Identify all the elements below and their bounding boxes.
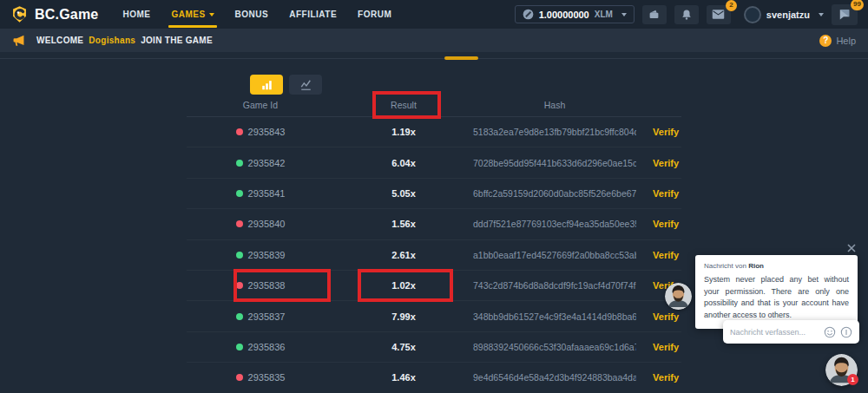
hash-value: 7028be95dd95f441b633d6d296e0ae15cc6238dd…: [473, 158, 636, 168]
hash-value: 8988392450666c53f30afaaaea69c1d6a7c0407e…: [473, 342, 636, 352]
nav-games[interactable]: GAMES: [171, 10, 214, 19]
trend-chart-icon: [299, 79, 312, 91]
game-id: 2935836: [248, 342, 286, 352]
result-value: 1.19x: [334, 127, 473, 137]
content-divider: [0, 58, 868, 59]
message-sender: Rion: [748, 262, 764, 270]
verify-link[interactable]: Verify: [653, 158, 679, 168]
chat-badge: 99: [851, 0, 864, 10]
result-value: 4.75x: [334, 342, 473, 352]
chat-composer: [723, 320, 859, 344]
result-value: 6.04x: [334, 158, 473, 168]
user-menu[interactable]: svenjatzu: [744, 6, 824, 23]
question-icon: ?: [819, 35, 832, 47]
balance-selector[interactable]: 1.00000000 XLM: [515, 5, 635, 23]
result-value: 1.46x: [334, 372, 473, 383]
game-id: 2935835: [248, 372, 286, 383]
verify-link[interactable]: Verify: [653, 342, 679, 352]
notifications-button[interactable]: [674, 5, 699, 24]
hash-value: a1bb0eaaf17ed4527669f2a0bba8cc53abab26c6…: [473, 250, 636, 260]
verify-link[interactable]: Verify: [653, 372, 679, 383]
attachment-icon[interactable]: [840, 326, 852, 338]
chat-unread-badge: 1: [847, 374, 858, 385]
help-button[interactable]: ? Help: [819, 35, 856, 47]
messages-button[interactable]: 2: [707, 5, 731, 24]
annotation-box-result-header: [372, 91, 441, 119]
result-value: 1.56x: [334, 219, 473, 229]
chat-message-text: System never placed any bet without your…: [704, 274, 849, 321]
bar-view-toggle[interactable]: [250, 75, 283, 95]
view-toggles: [250, 75, 322, 95]
chevron-down-icon: [621, 13, 627, 16]
hash-value: 6bffc2a59159d2060d0abc85f526e6be676e5590…: [473, 188, 636, 199]
result-value: 7.99x: [334, 311, 473, 322]
chat-message-input[interactable]: [730, 328, 819, 337]
status-dot: [236, 128, 243, 135]
header-right: 1.00000000 XLM 2 svenjatzu: [515, 4, 858, 25]
table-row: 2935836 4.75x 8988392450666c53f30afaaaea…: [187, 332, 681, 363]
wallet-icon: [648, 8, 661, 21]
sender-avatar: [665, 283, 692, 310]
status-dot: [236, 344, 243, 350]
verify-link[interactable]: Verify: [653, 250, 679, 260]
hash-value: 348bb9db61527e4c9f3e4a1414d9b8ba66ce8970…: [473, 311, 636, 322]
nav-bonus[interactable]: BONUS: [235, 10, 269, 19]
game-id: 2935840: [248, 219, 286, 229]
game-id: 2935837: [248, 311, 286, 322]
mail-badge: 2: [726, 0, 737, 11]
bar-chart-icon: [260, 79, 273, 91]
status-dot: [236, 374, 243, 381]
verify-link[interactable]: Verify: [653, 127, 679, 137]
bell-icon: [681, 9, 693, 21]
balance-currency: XLM: [595, 10, 613, 19]
mail-icon: [712, 9, 725, 20]
welcome-banner: WELCOME Dogishans JOIN THE GAME ? Help: [0, 29, 868, 52]
verify-link[interactable]: Verify: [653, 311, 679, 322]
chat-bubble-icon: [838, 8, 852, 21]
game-id: 2935841: [248, 188, 286, 199]
emoji-icon[interactable]: [824, 326, 836, 338]
status-dot: [236, 220, 243, 227]
brand-name: BC.Game: [35, 7, 98, 23]
nav-forum[interactable]: FORUM: [358, 10, 391, 19]
nav-home[interactable]: HOME: [122, 10, 150, 19]
column-game-id: Game Id: [187, 100, 334, 110]
coin-icon: [523, 9, 534, 20]
balance-amount: 1.00000000: [539, 10, 589, 20]
bc-game-logo-icon: [10, 5, 29, 23]
verify-link[interactable]: Verify: [653, 219, 679, 229]
message-from-label: Nachricht von: [704, 262, 746, 270]
verify-link[interactable]: Verify: [653, 188, 679, 199]
brand-logo[interactable]: BC.Game: [10, 5, 98, 23]
table-row: 2935843 1.19x 5183a2ea7e9d8e13fb79bbf21b…: [187, 117, 681, 147]
username: svenjatzu: [766, 10, 810, 20]
welcome-label: WELCOME: [36, 36, 83, 45]
top-header: BC.Game HOME GAMES BONUS AFFILIATE FORUM…: [0, 0, 868, 29]
megaphone-icon: [12, 35, 26, 47]
hash-value: 9e4d6546d4e58a42d3b4f924883baa4daac019ce…: [473, 372, 636, 383]
join-label: JOIN THE GAME: [141, 36, 213, 45]
table-row: 2935835 1.46x 9e4d6546d4e58a42d3b4f92488…: [187, 363, 681, 393]
chat-panel-button[interactable]: 99: [832, 4, 858, 25]
wallet-button[interactable]: [642, 5, 667, 24]
game-id: 2935843: [248, 127, 286, 137]
hash-value: 5183a2ea7e9d8e13fb79bbf21bc9ffc804dada4a…: [473, 127, 636, 137]
close-icon[interactable]: [845, 242, 858, 254]
status-dot: [236, 313, 243, 320]
user-avatar: [744, 6, 761, 23]
hash-value: 743c2d874b6d8a8dcdf9fc19acf4d70f74f12a38…: [473, 280, 636, 291]
main-nav: HOME GAMES BONUS AFFILIATE FORUM: [122, 0, 391, 29]
game-id: 2935839: [248, 250, 286, 260]
nav-affiliate[interactable]: AFFILIATE: [289, 10, 337, 19]
game-id: 2935842: [248, 158, 286, 168]
status-dot: [236, 252, 243, 259]
annotation-box-result-value: [358, 269, 453, 302]
result-value: 2.61x: [334, 250, 473, 260]
table-row: 2935839 2.61x a1bb0eaaf17ed4527669f2a0bb…: [187, 240, 681, 271]
trend-view-toggle[interactable]: [289, 75, 322, 95]
status-dot: [236, 160, 243, 167]
status-dot: [236, 190, 243, 197]
welcome-username[interactable]: Dogishans: [89, 36, 135, 45]
hash-value: ddd7f521e87769103ecf94ea35da50ee354efd1c…: [473, 219, 636, 229]
tab-indicator: [444, 56, 478, 60]
